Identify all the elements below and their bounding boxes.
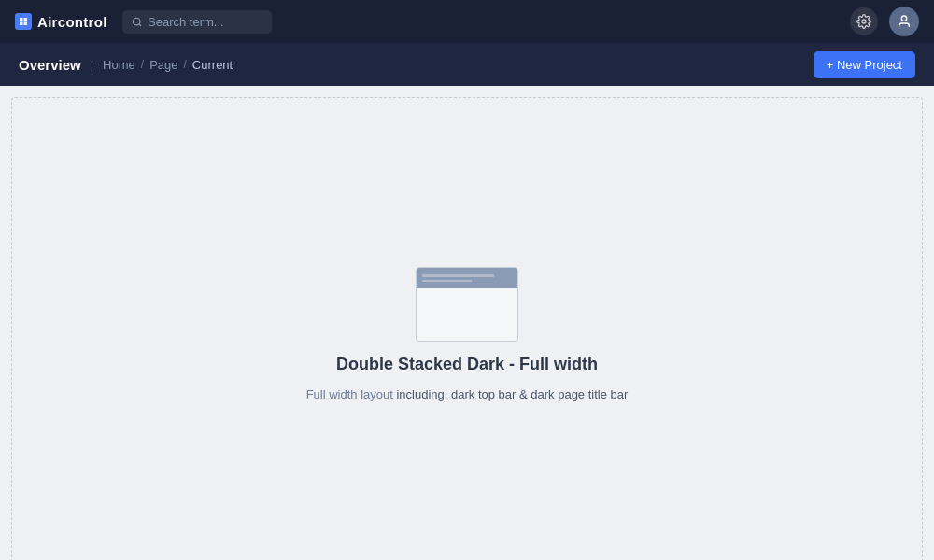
desc-prefix: Full width layout <box>306 387 397 401</box>
svg-point-4 <box>133 18 140 25</box>
breadcrumb-page[interactable]: Page <box>149 58 177 72</box>
avatar[interactable] <box>889 7 919 36</box>
top-bar-left: Aircontrol <box>15 10 272 34</box>
thumb-line-long <box>422 274 494 277</box>
search-wrapper[interactable] <box>122 10 272 34</box>
settings-button[interactable] <box>850 7 878 35</box>
empty-state-title: Double Stacked Dark - Full width <box>336 355 598 374</box>
overview-label: Overview <box>19 57 81 73</box>
svg-line-5 <box>139 23 141 25</box>
main-content: Double Stacked Dark - Full width Full wi… <box>11 97 923 560</box>
thumb-body <box>417 288 517 341</box>
logo-icon <box>15 13 32 30</box>
breadcrumb-sep-2: / <box>184 58 187 71</box>
page-title-bar: Overview | Home / Page / Current + New P… <box>0 43 934 86</box>
user-icon <box>897 14 912 29</box>
new-project-label: + New Project <box>827 58 902 72</box>
logo[interactable]: Aircontrol <box>15 13 107 30</box>
logo-svg <box>19 17 28 26</box>
svg-point-7 <box>901 16 906 21</box>
title-separator: | <box>91 58 93 72</box>
search-input[interactable] <box>148 15 262 29</box>
svg-point-6 <box>862 20 866 23</box>
svg-rect-0 <box>20 18 23 21</box>
thumb-line-short <box>422 280 472 283</box>
top-bar: Aircontrol <box>0 0 934 43</box>
svg-rect-3 <box>24 22 28 26</box>
settings-icon <box>856 14 871 29</box>
page-title-left: Overview | Home / Page / Current <box>19 57 233 73</box>
top-bar-right <box>850 7 919 36</box>
logo-text: Aircontrol <box>37 14 107 30</box>
breadcrumb-home[interactable]: Home <box>103 58 135 72</box>
svg-rect-2 <box>20 22 23 26</box>
new-project-button[interactable]: + New Project <box>814 51 915 78</box>
breadcrumb: Home / Page / Current <box>103 58 233 72</box>
svg-rect-1 <box>24 18 28 21</box>
empty-state-description: Full width layout including: dark top ba… <box>306 387 629 401</box>
empty-state: Double Stacked Dark - Full width Full wi… <box>306 267 629 401</box>
desc-highlight: including: dark top bar & dark page titl… <box>396 387 628 401</box>
preview-thumbnail <box>416 267 518 342</box>
breadcrumb-sep-1: / <box>141 58 144 71</box>
search-icon <box>132 16 142 28</box>
thumb-topbar <box>417 268 517 288</box>
breadcrumb-current[interactable]: Current <box>192 58 233 72</box>
